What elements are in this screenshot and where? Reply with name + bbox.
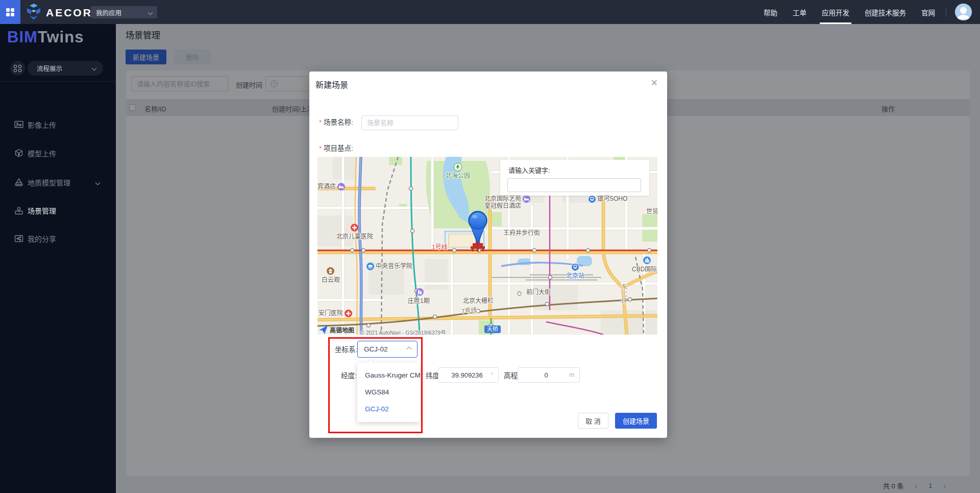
sidebar-item-geology[interactable]: 地质模型管理 — [0, 172, 116, 193]
gaode-plane-icon — [318, 325, 328, 335]
sidebar-widget-row: 流程展示 — [0, 61, 116, 76]
map-label-2: 北京国际艺苑 皇冠假日酒店 — [484, 196, 521, 210]
sidebar-item-label: 地质模型管理 — [28, 177, 70, 187]
map[interactable]: 请输入关键字: — [317, 157, 657, 335]
new-scene-modal: 新建场景 ✕ 场景名称: 项目基点: — [309, 72, 667, 438]
app-menu-select[interactable]: 我的应用 — [91, 6, 157, 18]
sidebar-item-scene[interactable]: 场景管理 — [0, 200, 116, 221]
map-label-5: 世贸天 — [646, 208, 657, 216]
meter-unit: m — [569, 371, 574, 379]
hospital-icon — [345, 310, 352, 319]
app-launcher-button[interactable] — [0, 0, 20, 24]
app-grid-icon — [6, 8, 14, 16]
map-label-18: 东二环 — [620, 284, 627, 305]
map-label-17: 天桥 — [484, 325, 501, 333]
latitude-input[interactable]: 39.909236 ° — [438, 367, 499, 383]
topnav-divider — [946, 8, 946, 16]
brand[interactable]: AECORE — [26, 3, 101, 22]
longitude-label: 经度: — [341, 370, 357, 380]
cancel-button[interactable]: 取 消 — [578, 413, 608, 429]
sidebar-item-label: 模型上传 — [28, 148, 56, 158]
coord-system-select[interactable]: GCJ-02 — [357, 341, 418, 358]
sidebar-item-label: 影像上传 — [28, 120, 56, 130]
park-icon — [454, 163, 462, 173]
dropdown-option-gcj-02[interactable]: GCJ-02 — [357, 401, 420, 417]
coord-system-value: GCJ-02 — [364, 345, 388, 353]
topnav: 帮助工单应用开发创建技术服务官网 — [764, 0, 935, 24]
screen: AECORE 我的应用 帮助工单应用开发创建技术服务官网 BIMTwins — [0, 0, 980, 493]
map-label-3: 王府井步行街 — [503, 230, 540, 237]
map-vendor-logo: 高德地图 — [318, 325, 354, 335]
chevron-down-icon — [148, 10, 153, 15]
altitude-value: 0 — [523, 371, 569, 379]
topnav-link-3[interactable]: 创建技术服务 — [865, 0, 906, 24]
dropdown-option-wgs84[interactable]: WGS84 — [357, 384, 420, 401]
mode-select[interactable]: 流程展示 — [28, 61, 103, 76]
modal-title: 新建场景 — [315, 78, 348, 90]
chevron-down-icon — [92, 66, 97, 71]
topbar: AECORE 我的应用 帮助工单应用开发创建技术服务官网 — [0, 0, 980, 24]
topnav-link-4[interactable]: 官网 — [921, 0, 935, 24]
layout-grid-button[interactable] — [10, 61, 25, 76]
altitude-input[interactable]: 0 m — [518, 367, 580, 383]
location-pin[interactable] — [467, 209, 489, 252]
logo-bim: BIM — [7, 28, 38, 46]
map-label-8: 北京站 — [566, 273, 584, 280]
scene-icon — [14, 205, 24, 216]
image-upload-icon — [14, 120, 24, 130]
dropdown-option-gauss-kruger-cm[interactable]: Gauss-Kruger CM — [357, 367, 420, 384]
map-label-13: 前门大街 — [526, 289, 551, 296]
sidebar-item-label: 我的分享 — [28, 233, 56, 244]
map-label-10: 白云观 — [322, 277, 340, 284]
hotel-icon — [337, 183, 345, 193]
degree-unit: ° — [491, 371, 493, 379]
sidebar-item-share[interactable]: 我的分享 — [0, 228, 116, 249]
scene-name-input[interactable] — [361, 115, 458, 130]
map-label-12: 北京大栅栏 — [463, 298, 494, 305]
close-icon[interactable]: ✕ — [651, 79, 658, 87]
sidebar-item-label: 场景管理 — [28, 205, 56, 216]
keyword-input[interactable] — [507, 178, 641, 192]
worker-avatar-icon — [955, 4, 972, 20]
metro-icon — [571, 263, 579, 273]
map-label-7: 中央音乐学院 — [376, 263, 412, 270]
geology-icon — [14, 177, 24, 187]
chevron-down-icon — [95, 180, 101, 185]
keyword-label: 请输入关键字: — [508, 165, 550, 175]
coord-system-dropdown: Gauss-Kruger CMWGS84GCJ-02 — [357, 363, 420, 422]
map-label-4: 银河SOHO — [597, 196, 627, 203]
map-keyword-panel: 请输入关键字: — [500, 160, 649, 196]
topnav-link-0[interactable]: 帮助 — [764, 0, 777, 24]
avatar[interactable] — [955, 4, 972, 20]
map-label-11: 庄胜1期 — [408, 298, 430, 305]
map-label-15: 1号线 — [432, 244, 448, 251]
logo-twins: Twins — [38, 28, 84, 46]
share-icon — [14, 233, 24, 244]
school-icon — [366, 263, 374, 272]
model-upload-icon — [14, 148, 24, 158]
mode-select-value: 流程展示 — [37, 63, 62, 73]
estate-icon — [416, 288, 424, 298]
topnav-link-2[interactable]: 应用开发 — [822, 0, 849, 24]
topnav-link-1[interactable]: 工单 — [793, 0, 806, 24]
sidebar: BIMTwins 流程展示 影像上传模型上传地质模型管理场景管理我的分享 — [0, 24, 116, 493]
sidebar-item-model-upload[interactable]: 模型上传 — [0, 143, 116, 163]
sidebar-divider — [0, 81, 116, 82]
building-icon — [643, 256, 651, 266]
smalldot-icon — [517, 289, 522, 298]
grid-icon — [14, 65, 22, 72]
map-label-1: 北海公园 — [446, 173, 470, 180]
map-label-0: 宾酒店 — [317, 183, 336, 191]
metro-icon — [588, 195, 596, 205]
bimtwins-logo: BIMTwins — [7, 28, 84, 46]
map-label-6: 北京儿童医院 — [336, 233, 373, 241]
create-scene-button[interactable]: 创建场景 — [615, 413, 657, 429]
base-point-label: 项目基点: — [319, 143, 353, 153]
map-label-9: CBD国际 — [632, 266, 657, 273]
chevron-up-icon — [407, 347, 412, 352]
gaode-logo-text: 高德地图 — [330, 325, 354, 334]
hospital-icon — [351, 224, 358, 233]
app-menu-value: 我的应用 — [96, 8, 121, 17]
sidebar-item-image-upload[interactable]: 影像上传 — [0, 114, 116, 135]
coord-system-label: 坐标系: — [335, 344, 357, 354]
